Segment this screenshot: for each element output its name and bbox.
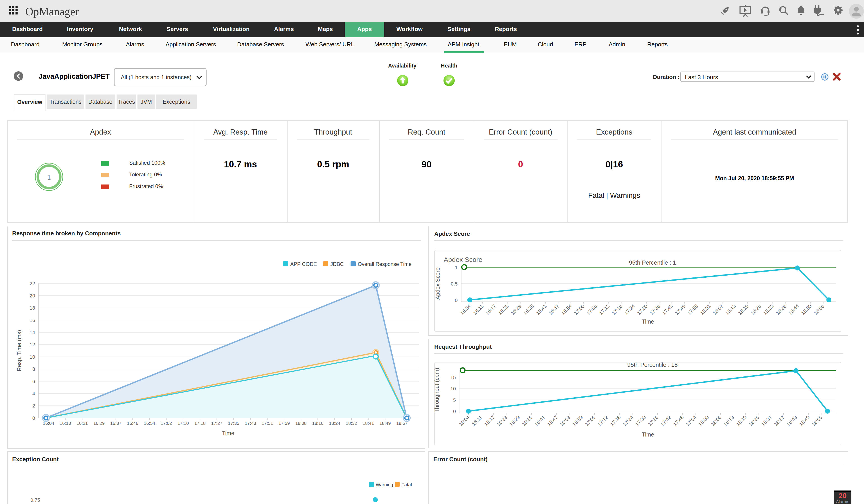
svg-text:Apdex Score: Apdex Score: [444, 256, 482, 263]
svg-text:17:43: 17:43: [245, 421, 256, 426]
svg-text:18:08: 18:08: [296, 421, 307, 426]
svg-text:22: 22: [30, 281, 35, 286]
svg-text:17:35: 17:35: [228, 421, 239, 426]
svg-text:2: 2: [32, 403, 35, 409]
svg-text:0: 0: [32, 415, 35, 421]
svg-text:0.75: 0.75: [31, 497, 40, 503]
svg-text:95th Percentile : 18: 95th Percentile : 18: [627, 361, 678, 368]
svg-text:16:46: 16:46: [127, 421, 139, 426]
svg-text:17:59: 17:59: [278, 421, 290, 426]
svg-text:1: 1: [47, 174, 51, 181]
svg-text:18:16: 18:16: [312, 421, 323, 426]
svg-text:18:41: 18:41: [363, 421, 374, 426]
svg-text:18:24: 18:24: [329, 421, 340, 426]
svg-text:10: 10: [451, 386, 456, 392]
svg-text:Warning: Warning: [376, 482, 393, 487]
svg-text:Apdex Score: Apdex Score: [434, 267, 441, 299]
svg-text:10: 10: [30, 354, 35, 360]
svg-text:17:10: 17:10: [178, 421, 189, 426]
svg-text:18:49: 18:49: [380, 421, 391, 426]
svg-text:4: 4: [32, 391, 35, 396]
svg-text:17:18: 17:18: [194, 421, 206, 426]
svg-text:17:02: 17:02: [161, 421, 172, 426]
svg-text:Resp. Time (ms): Resp. Time (ms): [16, 330, 22, 371]
svg-text:0.5: 0.5: [451, 281, 458, 287]
svg-text:Time: Time: [222, 430, 235, 436]
svg-text:Fatal: Fatal: [401, 482, 412, 487]
svg-text:18:32: 18:32: [346, 421, 357, 426]
svg-text:15: 15: [451, 375, 456, 380]
svg-text:6: 6: [32, 379, 35, 384]
svg-text:16:37: 16:37: [110, 421, 121, 426]
svg-text:1: 1: [455, 265, 458, 270]
svg-text:0: 0: [455, 298, 458, 303]
svg-text:14: 14: [30, 329, 35, 335]
svg-text:18: 18: [30, 305, 35, 311]
svg-text:Overall Response Time: Overall Response Time: [358, 261, 411, 267]
svg-text:0: 0: [453, 409, 456, 414]
svg-text:16:54: 16:54: [144, 421, 155, 426]
svg-text:12: 12: [30, 342, 35, 347]
svg-text:8: 8: [32, 366, 35, 372]
svg-text:16: 16: [30, 317, 35, 323]
svg-text:5: 5: [453, 397, 456, 403]
svg-text:16:29: 16:29: [93, 421, 105, 426]
svg-text:95th Percentile : 1: 95th Percentile : 1: [629, 259, 676, 266]
svg-text:Throughput (cpm): Throughput (cpm): [434, 368, 440, 413]
svg-text:Time: Time: [642, 319, 654, 325]
svg-text:20: 20: [30, 293, 35, 299]
svg-text:16:21: 16:21: [76, 421, 88, 426]
svg-text:JDBC: JDBC: [330, 261, 344, 267]
svg-text:APP CODE: APP CODE: [290, 261, 317, 267]
svg-text:17:51: 17:51: [262, 421, 273, 426]
svg-text:Time: Time: [642, 431, 654, 437]
svg-text:17:27: 17:27: [211, 421, 223, 426]
svg-text:16:13: 16:13: [60, 421, 71, 426]
